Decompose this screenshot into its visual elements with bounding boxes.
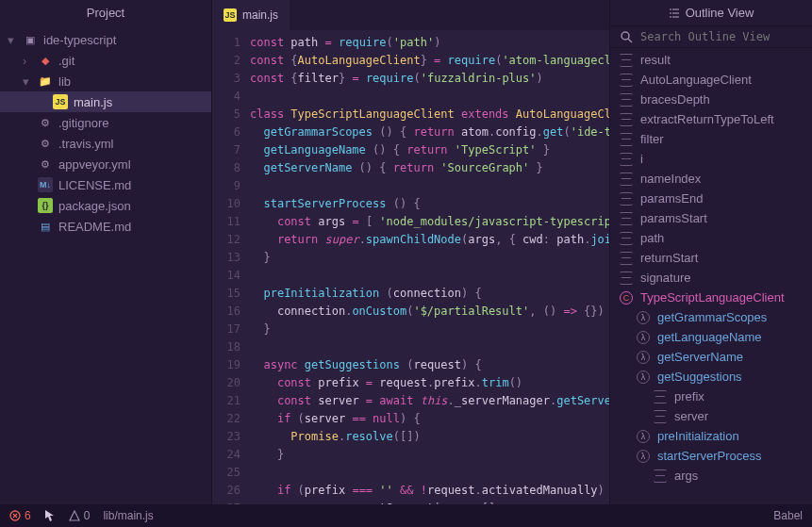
line-number: 8: [212, 159, 240, 177]
js-icon: JS: [53, 94, 68, 109]
status-errors[interactable]: 6: [9, 509, 31, 522]
status-path[interactable]: lib/main.js: [103, 509, 153, 522]
outline-item-nameindex[interactable]: nameIndex: [610, 169, 812, 189]
tree-item-license-md[interactable]: M↓LICENSE.md: [0, 174, 211, 195]
project-sidebar: Project ▾▣ide-typescript›◆.git▾📁libJSmai…: [0, 0, 212, 504]
tree-item-label: .travis.yml: [58, 137, 114, 151]
outline-item-label: extractReturnTypeToLeft: [640, 112, 774, 126]
outline-item-args[interactable]: args: [610, 466, 812, 486]
tree-item-ide-typescript[interactable]: ▾▣ide-typescript: [0, 29, 211, 50]
warning-icon: [69, 510, 80, 521]
json-icon: {}: [38, 198, 53, 213]
var-symbol-icon: [620, 173, 633, 186]
var-symbol-icon: [620, 272, 633, 285]
tree-item-lib[interactable]: ▾📁lib: [0, 71, 211, 91]
var-symbol-icon: [620, 153, 633, 166]
outline-item-getsuggestions[interactable]: getSuggestions: [610, 367, 812, 387]
fn-symbol-icon: [637, 351, 650, 364]
status-warnings[interactable]: 0: [69, 509, 91, 522]
code-content[interactable]: const path = require('path')const {AutoL…: [250, 30, 609, 504]
outline-item-preinitialization[interactable]: preInitialization: [610, 426, 812, 446]
outline-item-getservername[interactable]: getServerName: [610, 347, 812, 367]
outline-item-server[interactable]: server: [610, 406, 812, 426]
outline-item-label: filter: [640, 132, 664, 146]
tree-item-label: main.js: [74, 95, 112, 109]
code-line: const {AutoLanguageClient} = require('at…: [250, 52, 609, 70]
code-line: [250, 88, 609, 106]
outline-item-label: preInitialization: [657, 429, 739, 443]
outline-item-getlanguagename[interactable]: getLanguageName: [610, 327, 812, 347]
outline-item-paramsend[interactable]: paramsEnd: [610, 189, 812, 208]
outline-item-bracesdepth[interactable]: bracesDepth: [610, 90, 812, 109]
outline-item-returnstart[interactable]: returnStart: [610, 248, 812, 268]
outline-item-prefix[interactable]: prefix: [610, 387, 812, 406]
outline-panel: Outline View resultAutoLanguageClientbra…: [609, 0, 812, 504]
outline-search[interactable]: [610, 25, 812, 48]
tree-item-appveyor-yml[interactable]: ⚙appveyor.yml: [0, 154, 211, 174]
tree-item-main-js[interactable]: JSmain.js: [0, 91, 211, 112]
code-line: }: [250, 321, 609, 338]
cursor-icon: [44, 509, 56, 522]
gear-icon: ⚙: [38, 136, 53, 151]
outline-item-label: nameIndex: [640, 172, 701, 186]
line-number: 5: [212, 106, 240, 124]
tab-main-js[interactable]: JS main.js: [212, 0, 290, 30]
code-line: const path = require('path'): [250, 34, 609, 52]
outline-item-label: returnStart: [640, 251, 698, 265]
outline-item-path[interactable]: path: [610, 228, 812, 248]
code-line: return super.spawnChildNode(args, { cwd:…: [250, 231, 609, 249]
tree-item--gitignore[interactable]: ⚙.gitignore: [0, 112, 211, 133]
code-line: }: [250, 249, 609, 267]
outline-item-label: signature: [640, 271, 690, 285]
tree-item-label: package.json: [58, 199, 131, 213]
fn-symbol-icon: [637, 331, 650, 344]
code-editor[interactable]: 1234567891011121314151617181920212223242…: [212, 30, 609, 504]
tree-item-label: README.md: [58, 220, 131, 234]
cls-symbol-icon: [620, 291, 633, 305]
outline-item-extractreturntypetoleft[interactable]: extractReturnTypeToLeft: [610, 109, 812, 129]
outline-item-typescriptlanguageclient[interactable]: TypeScriptLanguageClient: [610, 288, 812, 307]
code-line: connection.onCustom('$/partialResult', (…: [250, 303, 609, 321]
outline-item-label: AutoLanguageClient: [640, 73, 752, 87]
outline-item-i[interactable]: i: [610, 149, 812, 169]
code-line: }: [250, 446, 609, 464]
code-line: const server = await this._serverManager…: [250, 392, 609, 410]
outline-item-paramsstart[interactable]: paramsStart: [610, 208, 812, 228]
line-number: 25: [212, 464, 240, 482]
outline-item-label: paramsStart: [640, 211, 707, 225]
code-line: preInitialization (connection) {: [250, 285, 609, 303]
outline-item-signature[interactable]: signature: [610, 268, 812, 288]
var-symbol-icon: [620, 133, 633, 146]
line-number: 1: [212, 34, 240, 52]
line-number: 11: [212, 213, 240, 231]
outline-item-filter[interactable]: filter: [610, 129, 812, 149]
code-line: if (prefix === '' && !request.activatedM…: [250, 482, 609, 500]
outline-item-getgrammarscopes[interactable]: getGrammarScopes: [610, 307, 812, 327]
status-language[interactable]: Babel: [773, 509, 803, 522]
tree-item--travis-yml[interactable]: ⚙.travis.yml: [0, 133, 211, 154]
outline-item-label: bracesDepth: [640, 92, 710, 107]
line-number: 2: [212, 52, 240, 70]
outline-search-input[interactable]: [640, 30, 803, 43]
tree-item-readme-md[interactable]: ▤README.md: [0, 216, 211, 237]
fn-symbol-icon: [637, 450, 650, 463]
code-line: Promise.resolve([]): [250, 428, 609, 446]
tree-item-label: .git: [58, 54, 75, 68]
outline-item-label: getSuggestions: [657, 370, 742, 384]
fn-symbol-icon: [637, 430, 650, 443]
tree-item-label: appveyor.yml: [58, 157, 131, 172]
outline-item-result[interactable]: result: [610, 50, 812, 70]
tree-item-package-json[interactable]: {}package.json: [0, 195, 211, 216]
var-symbol-icon: [620, 54, 633, 67]
outline-item-startserverprocess[interactable]: startServerProcess: [610, 446, 812, 466]
outline-item-label: path: [640, 231, 664, 245]
tree-item--git[interactable]: ›◆.git: [0, 50, 211, 71]
code-line: [250, 267, 609, 285]
md-icon: M↓: [38, 177, 53, 192]
var-symbol-icon: [620, 232, 633, 245]
var-symbol-icon: [620, 74, 633, 87]
outline-item-autolanguageclient[interactable]: AutoLanguageClient: [610, 70, 812, 90]
js-file-icon: JS: [224, 8, 237, 22]
chevron-icon: ›: [23, 54, 32, 68]
line-number: 23: [212, 428, 240, 446]
